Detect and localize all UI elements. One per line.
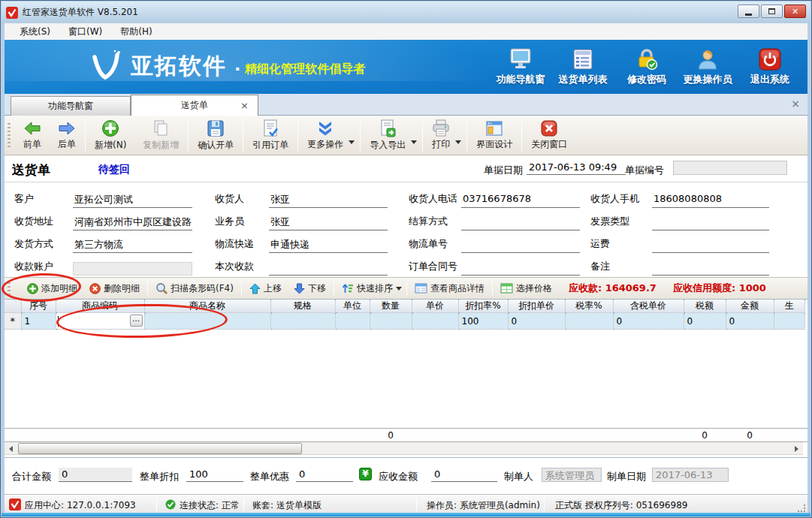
qty-cell[interactable] (370, 313, 412, 330)
order-discount-field[interactable]: 100 (186, 468, 243, 482)
toolbar-button-more-actions[interactable]: 更多操作 (299, 117, 352, 153)
nav-button-exit-system[interactable]: 退出系统 (738, 44, 801, 90)
settlement-method-label: 结算方式 (409, 215, 461, 230)
add-detail-button[interactable]: 添加明细 (21, 279, 83, 297)
yen-button[interactable]: ¥ (359, 468, 372, 480)
nav-button-function-nav[interactable]: 功能导航窗 (489, 44, 552, 90)
consignee-field[interactable]: 张亚 (269, 193, 388, 208)
grid-header-tax-rate[interactable]: 税率% (565, 300, 613, 313)
grid-header-clipped[interactable]: 生 (774, 300, 804, 313)
salesman-field[interactable]: 张亚 (269, 215, 388, 230)
grid-header-product-name[interactable]: 商品名称 (144, 300, 270, 313)
receivable-field[interactable]: 0 (431, 468, 497, 482)
logistics-no-field[interactable] (461, 238, 580, 253)
discount-price-cell[interactable]: 0 (508, 313, 565, 330)
customer-field[interactable]: 亚拓公司测试 (73, 193, 192, 208)
spec-cell[interactable] (270, 313, 335, 330)
discount-rate-cell[interactable]: 100 (458, 313, 508, 330)
tax-incl-price-cell[interactable]: 0 (613, 313, 684, 330)
grid-header-seq[interactable]: 序号 (21, 300, 56, 313)
shipping-address-field[interactable]: 河南省郑州市中原区建设路 (73, 215, 192, 230)
grid-header-tax-amount[interactable]: 税额 (684, 300, 726, 313)
menu-item-window[interactable]: 窗口(W) (61, 24, 110, 40)
order-contract-no-field[interactable] (461, 261, 580, 276)
settlement-method-field[interactable] (461, 215, 580, 230)
minimize-button[interactable] (738, 5, 759, 18)
tab-close-icon[interactable]: × (240, 100, 249, 111)
move-up-button[interactable]: 上移 (243, 279, 288, 297)
toolbar-button-prev-doc[interactable]: 前单 (15, 117, 50, 153)
product-code-cell[interactable]: … (56, 313, 144, 330)
logistics-express-field[interactable]: 申通快递 (269, 238, 388, 253)
product-name-cell[interactable] (144, 313, 270, 330)
grid-header-discount-rate[interactable]: 折扣率% (458, 300, 508, 313)
grid-header-discount-price[interactable]: 折扣单价 (508, 300, 565, 313)
ellipsis-button[interactable]: … (130, 315, 143, 327)
grid-header-tax-incl-price[interactable]: 含税单价 (613, 300, 684, 313)
nav-button-change-password[interactable]: 修改密码 (615, 44, 678, 90)
unit-cell[interactable] (335, 313, 370, 330)
tax-rate-cell[interactable] (565, 313, 613, 330)
consignee-phone-field[interactable]: 03716678678 (461, 193, 580, 208)
app-center-label: 应用中心: (25, 500, 64, 510)
doc-date-input[interactable]: 2017-06-13 09:49 (527, 161, 626, 175)
tabstrip-close-button[interactable]: × (791, 98, 800, 109)
doc-date-label: 单据日期 (484, 164, 523, 177)
select-price-button[interactable]: 选择价格 (494, 279, 558, 297)
tab-delivery-note[interactable]: 送货单 × (131, 95, 258, 116)
toolbar-button-new[interactable]: 新增(N) (86, 117, 134, 153)
consignee-label: 收货人 (215, 192, 269, 208)
menu-item-help[interactable]: 帮助(H) (113, 24, 159, 40)
toolbar-drag-handle[interactable] (8, 123, 11, 149)
grid-header-unit-price[interactable]: 单价 (412, 300, 458, 313)
grid-header-product-code[interactable]: 商品编码 (56, 300, 144, 313)
receivable-label: 应收金额 (379, 470, 418, 483)
maximize-button[interactable] (761, 5, 783, 18)
view-product-detail-button[interactable]: 查看商品详情 (409, 279, 491, 297)
toolbar-button-close-window[interactable]: 关闭窗口 (523, 117, 575, 153)
horizontal-scrollbar[interactable] (5, 442, 803, 455)
lock-icon (635, 48, 658, 71)
resize-grip[interactable] (797, 504, 806, 513)
move-down-button[interactable]: 下移 (288, 279, 332, 297)
seq-cell[interactable]: 1 (21, 313, 56, 330)
clipped-cell[interactable] (774, 313, 804, 330)
amount-cell[interactable]: 0 (726, 313, 774, 330)
scroll-left-button[interactable] (5, 442, 17, 455)
toolbar-button-import-export[interactable]: 导入导出 (361, 117, 414, 153)
close-button[interactable]: ✕ (784, 5, 806, 18)
menu-item-system[interactable]: 系统(S) (12, 24, 58, 40)
current-receipt-field[interactable] (269, 261, 388, 276)
tax-amount-cell[interactable]: 0 (684, 313, 726, 330)
detail-toolbar-drag-handle[interactable] (8, 282, 11, 296)
order-reduction-field[interactable]: 0 (296, 468, 353, 482)
delete-detail-button[interactable]: 删除明细 (83, 279, 146, 297)
grid-header-spec[interactable]: 规格 (270, 300, 335, 313)
unit-price-cell[interactable] (412, 313, 458, 330)
more-actions-dropdown-icon[interactable] (349, 140, 355, 144)
scan-barcode-button[interactable]: 扫描条形码(F4) (149, 279, 240, 297)
tab-function-nav[interactable]: 功能导航窗 (11, 96, 131, 116)
consignee-mobile-field[interactable]: 18608080808 (652, 193, 769, 208)
quick-sort-dropdown-icon[interactable] (396, 287, 402, 291)
quick-sort-button[interactable]: 快速排序 (336, 279, 399, 297)
shipping-method-field[interactable]: 第三方物流 (73, 238, 192, 253)
invoice-type-field[interactable] (652, 215, 769, 230)
toolbar-button-confirm-billing[interactable]: 确认开单 (189, 117, 242, 153)
nav-button-delivery-list[interactable]: 送货单列表 (551, 44, 614, 90)
scroll-right-button[interactable] (790, 442, 803, 455)
toolbar-button-next-doc[interactable]: 后单 (50, 117, 84, 153)
grid-header-amount[interactable]: 金额 (726, 300, 774, 313)
grid-header-qty[interactable]: 数量 (370, 300, 412, 313)
freight-field[interactable] (652, 238, 769, 253)
toolbar-button-quote-order[interactable]: 引用订单 (244, 117, 297, 153)
print-dropdown-icon[interactable] (455, 140, 461, 144)
nav-button-switch-operator[interactable]: 更换操作员 (676, 44, 739, 90)
import-export-dropdown-icon[interactable] (411, 140, 417, 144)
remark-field[interactable] (652, 261, 769, 276)
scroll-thumb[interactable] (18, 443, 302, 454)
toolbar-button-ui-design[interactable]: 界面设计 (468, 117, 521, 153)
grid-header-unit[interactable]: 单位 (335, 300, 370, 313)
toolbar-button-print[interactable]: 打印 (424, 117, 458, 153)
toolbar-separator (521, 119, 522, 152)
